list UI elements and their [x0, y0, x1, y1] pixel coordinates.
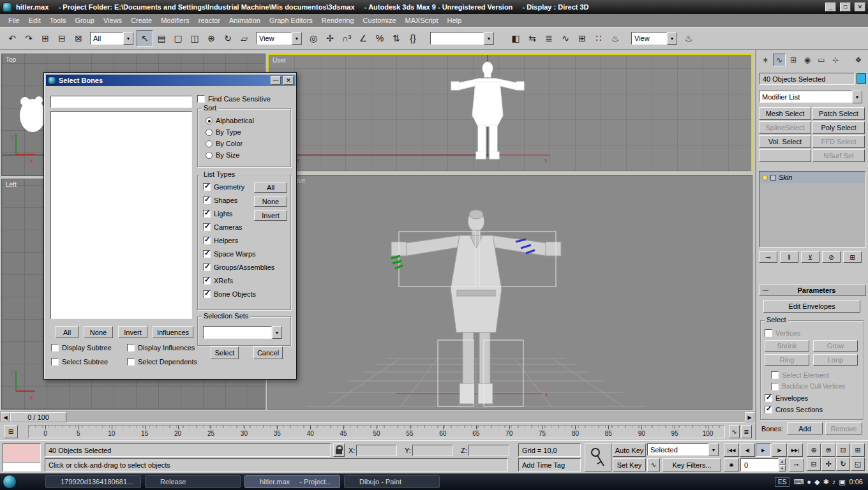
curve-editor-icon[interactable]: ∿	[557, 30, 574, 47]
set-key-button[interactable]: Set Key	[613, 458, 646, 471]
modifier-button[interactable]: Vol. Select	[759, 135, 811, 148]
viewport-label[interactable]: Top	[6, 56, 16, 63]
add-time-tag[interactable]: Add Time Tag	[518, 458, 581, 471]
menu-item[interactable]: reactor	[194, 15, 225, 26]
current-frame-spinner[interactable]: 0 ▲ ▼	[740, 458, 786, 471]
menu-item[interactable]: Group	[70, 15, 99, 26]
update-icon[interactable]: ✱	[823, 479, 828, 486]
display-tab-icon[interactable]: ▭	[815, 54, 828, 66]
track-bar[interactable]: ⊞ 05101520253035404550556065707580859095…	[0, 423, 755, 440]
motion-tab-icon[interactable]: ◉	[801, 54, 814, 66]
messenger-icon[interactable]: ◆	[814, 479, 819, 486]
modifier-button[interactable]: SplineSelect	[759, 121, 811, 134]
material-editor-icon[interactable]: ∷	[590, 30, 607, 47]
configure-modifier-sets-icon[interactable]: ⊞	[843, 251, 862, 263]
list-types-button[interactable]: Invert	[254, 210, 287, 221]
list-type-checkbox[interactable]: Bone Objects	[203, 287, 290, 301]
create-tab-icon[interactable]: ∗	[759, 54, 772, 66]
go-to-start-button[interactable]: |◀◀	[724, 443, 739, 457]
modifier-stack[interactable]: Skin	[759, 171, 866, 248]
sort-radio[interactable]: Alphabetical	[206, 115, 290, 126]
maxscript-mini-listener[interactable]	[3, 463, 41, 471]
select-subtree-checkbox[interactable]: Select Subtree	[51, 355, 108, 368]
list-type-checkbox[interactable]: XRefs	[203, 274, 290, 287]
scroll-right-icon[interactable]: ▶	[745, 412, 754, 422]
maximize-viewport-icon[interactable]: ◱	[851, 457, 865, 471]
next-frame-button[interactable]: |▶	[772, 443, 787, 457]
use-pivot-center-icon[interactable]: ◎	[305, 30, 322, 47]
list-type-checkbox[interactable]: Groups/Assemblies	[203, 260, 290, 274]
object-color-swatch[interactable]	[857, 73, 866, 84]
auto-key-button[interactable]: Auto Key	[613, 443, 646, 457]
grow-button[interactable]: Grow	[813, 340, 858, 352]
selection-filter-combo[interactable]: All ▼	[90, 32, 133, 45]
schematic-view-icon[interactable]: ⊞	[574, 30, 590, 47]
cross-sections-checkbox[interactable]: Cross Sections	[765, 403, 823, 416]
bone-name-input[interactable]	[50, 96, 192, 108]
frame-number-field[interactable]: 0	[740, 458, 779, 471]
dialog-minimize-button[interactable]: —	[271, 76, 281, 85]
field-of-view-icon[interactable]: ⊟	[807, 457, 821, 471]
arc-rotate-icon[interactable]: ↻	[836, 457, 850, 471]
menu-item[interactable]: Views	[99, 15, 126, 26]
track-bar-ruler[interactable]: 0510152025303540455055606570758085909510…	[28, 425, 725, 438]
utilities-tab-icon[interactable]: ⊹	[829, 54, 842, 66]
key-mode-combo[interactable]: Selected ▼	[647, 443, 719, 456]
play-button[interactable]: ▶	[756, 443, 771, 457]
viewport-label[interactable]: Left	[6, 181, 17, 188]
reference-coordinate-combo[interactable]: View ▼	[256, 32, 302, 45]
zoom-icon[interactable]: ⊕	[807, 443, 821, 457]
undo-icon[interactable]: ↶	[4, 30, 20, 47]
chevron-down-icon[interactable]: ▼	[292, 32, 302, 45]
viewport-perspective[interactable]: Perspective x	[267, 175, 752, 410]
object-name-field[interactable]: 40 Objects Selected	[759, 73, 855, 85]
remove-modifier-icon[interactable]: ⊘	[822, 251, 841, 263]
viewport-user[interactable]: User x x	[267, 54, 752, 172]
spinner-down-icon[interactable]: ▼	[779, 465, 786, 472]
influences-button[interactable]: Influences	[153, 326, 193, 338]
volume-icon[interactable]: ♪	[832, 479, 836, 486]
make-unique-icon[interactable]: ⊻	[801, 251, 819, 263]
mirror-icon[interactable]: ◧	[507, 30, 524, 47]
chevron-down-icon[interactable]: ▼	[272, 326, 282, 339]
select-and-move-icon[interactable]: ⊕	[203, 30, 220, 47]
language-indicator[interactable]: ES	[775, 477, 789, 487]
edit-envelopes-button[interactable]: Edit Envelopes	[763, 300, 860, 313]
find-case-sensitive-checkbox[interactable]: Find Case Sensitive	[197, 92, 271, 105]
zoom-all-icon[interactable]: ⊜	[821, 443, 835, 457]
invert-button[interactable]: Invert	[118, 326, 147, 338]
rectangular-selection-region-icon[interactable]: ▢	[170, 30, 186, 47]
cancel-button[interactable]: Cancel	[253, 346, 283, 359]
menu-item[interactable]: Animation	[225, 15, 265, 26]
show-curves-button[interactable]: ∿	[729, 425, 740, 438]
align-icon[interactable]: ⇆	[524, 30, 541, 47]
sort-radio[interactable]: By Type	[206, 126, 290, 138]
pan-icon[interactable]: ✢	[821, 457, 835, 471]
modify-tab-icon[interactable]: ∿	[773, 54, 786, 66]
angle-snap-icon[interactable]: ∠	[355, 30, 371, 47]
select-and-link-icon[interactable]: ⊞	[37, 30, 54, 47]
select-dependents-checkbox[interactable]: Select Dependents	[127, 355, 197, 368]
network-icon[interactable]: ▣	[839, 479, 845, 486]
display-influences-checkbox[interactable]: Display Influences	[127, 341, 195, 354]
layer-manager-icon[interactable]: ≣	[541, 30, 557, 47]
open-mini-curve-editor-button[interactable]: ⊞	[4, 425, 18, 438]
shrink-button[interactable]: Shrink	[765, 340, 809, 352]
menu-item[interactable]: Help	[443, 15, 467, 26]
chevron-down-icon[interactable]: ▼	[852, 91, 862, 103]
z-coordinate-field[interactable]	[468, 445, 509, 456]
list-type-checkbox[interactable]: Cameras	[203, 220, 290, 234]
display-subtree-checkbox[interactable]: Display Subtree	[51, 341, 112, 354]
render-setup-icon[interactable]: ♨	[607, 30, 624, 47]
dialog-close-button[interactable]: ✕	[283, 76, 294, 85]
time-slider[interactable]: 0 / 100	[10, 412, 66, 422]
menu-item[interactable]: MAXScript	[401, 15, 443, 26]
select-object-icon[interactable]: ↖	[137, 30, 153, 47]
chevron-down-icon[interactable]: ▼	[667, 32, 677, 45]
percent-snap-icon[interactable]: %	[371, 30, 388, 47]
taskbar-button[interactable]: hitler.max - Project...	[244, 475, 340, 488]
menu-item[interactable]: Modifiers	[156, 15, 194, 26]
taskbar-button[interactable]: Release	[145, 475, 241, 488]
menu-item[interactable]: Customize	[359, 15, 401, 26]
chevron-down-icon[interactable]: ▼	[123, 32, 133, 45]
